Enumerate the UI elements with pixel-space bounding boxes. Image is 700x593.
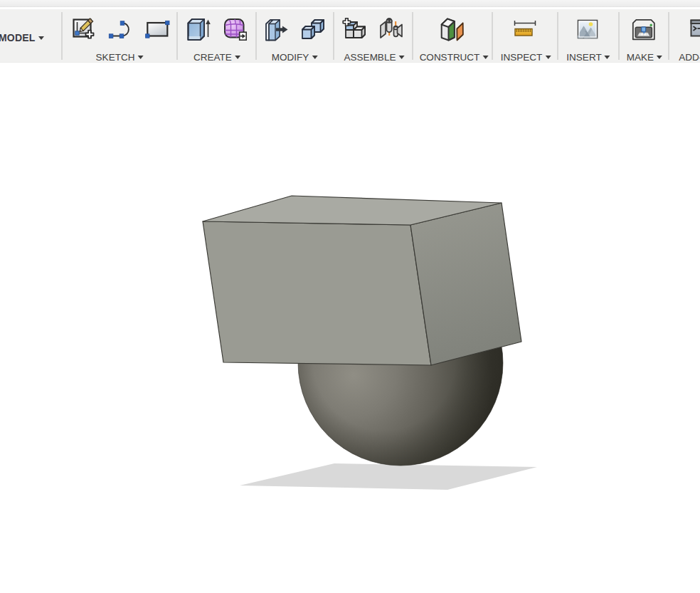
toolbar-separator <box>618 12 620 60</box>
new-component-icon <box>341 16 367 42</box>
group-label: INSERT <box>566 52 601 63</box>
toolbar-separator <box>255 12 257 60</box>
workspace-switcher[interactable]: MODEL <box>0 31 44 44</box>
model-3d-scene <box>0 63 700 593</box>
joint-button[interactable] <box>378 16 404 42</box>
group-label: ADD-INS <box>679 52 700 63</box>
toolbar-group-construct[interactable]: CONSTRUCT <box>420 51 489 63</box>
toolbar-group-make[interactable]: MAKE <box>627 51 662 63</box>
print-3d-icon <box>630 16 656 42</box>
group-label: INSPECT <box>501 52 543 63</box>
chevron-down-icon <box>235 56 240 59</box>
press-pull-button[interactable] <box>264 16 290 42</box>
toolbar-separator <box>492 12 493 60</box>
toolbar-separator <box>412 12 413 60</box>
joint-icon <box>378 16 404 42</box>
group-label: MODIFY <box>272 52 309 63</box>
toolbar-group-modify[interactable]: MODIFY <box>272 51 318 63</box>
chevron-down-icon <box>657 56 662 59</box>
fit-point-spline-button[interactable] <box>107 16 133 42</box>
toolbar-separator <box>61 12 63 60</box>
chevron-down-icon <box>312 56 317 59</box>
group-label: CREATE <box>193 52 232 63</box>
model-box-face-right <box>410 203 521 365</box>
combine-button[interactable] <box>300 16 326 42</box>
scripts-add-ins-icon <box>683 16 700 42</box>
chevron-down-icon <box>482 56 488 59</box>
measure-icon <box>512 16 538 42</box>
form-button[interactable] <box>222 16 248 42</box>
workspace-label: MODEL <box>0 32 36 43</box>
toolbar-group-sketch[interactable]: SKETCH <box>96 51 144 63</box>
toolbar-separator <box>557 12 558 60</box>
chevron-down-icon <box>38 36 44 40</box>
combine-icon <box>300 16 326 42</box>
chevron-down-icon <box>545 56 551 59</box>
press-pull-icon <box>264 16 290 42</box>
toolbar-separator <box>333 12 334 60</box>
construction-plane-button[interactable] <box>440 16 465 42</box>
toolbar-separator <box>668 12 669 60</box>
group-label: ASSEMBLE <box>344 52 396 63</box>
group-label: CONSTRUCT <box>420 52 480 63</box>
toolbar-group-add-ins[interactable]: ADD-INS <box>679 51 700 63</box>
form-icon <box>222 16 248 42</box>
two-point-rectangle-button[interactable] <box>144 16 170 42</box>
extrude-button[interactable] <box>186 16 212 42</box>
extrude-icon <box>186 16 212 42</box>
chevron-down-icon <box>605 56 610 59</box>
model-toolbar: MODEL <box>0 9 700 63</box>
create-sketch-icon <box>70 16 96 42</box>
fusion360-window: MODEL <box>0 0 700 593</box>
scripts-add-ins-button[interactable] <box>683 16 700 42</box>
toolbar-separator <box>176 12 178 60</box>
insert-image-button[interactable] <box>575 16 600 42</box>
measure-button[interactable] <box>512 16 538 42</box>
title-strip <box>0 0 700 7</box>
model-box <box>203 196 521 365</box>
chevron-down-icon <box>398 56 404 59</box>
fit-point-spline-icon <box>107 16 133 42</box>
toolbar-group-insert[interactable]: INSERT <box>566 51 610 63</box>
group-label: MAKE <box>627 52 654 63</box>
viewport-canvas[interactable] <box>0 63 700 593</box>
toolbar-group-assemble[interactable]: ASSEMBLE <box>344 51 405 63</box>
create-sketch-button[interactable] <box>70 16 96 42</box>
new-component-button[interactable] <box>341 16 367 42</box>
two-point-rectangle-icon <box>144 16 170 42</box>
model-shadow <box>240 463 537 490</box>
group-label: SKETCH <box>96 52 135 63</box>
model-box-face-front <box>203 221 431 365</box>
toolbar-group-inspect[interactable]: INSPECT <box>501 51 551 63</box>
chevron-down-icon <box>137 56 143 59</box>
insert-image-icon <box>575 16 600 42</box>
construction-plane-icon <box>440 16 465 42</box>
print-3d-button[interactable] <box>630 16 656 42</box>
toolbar-group-create[interactable]: CREATE <box>193 51 240 63</box>
